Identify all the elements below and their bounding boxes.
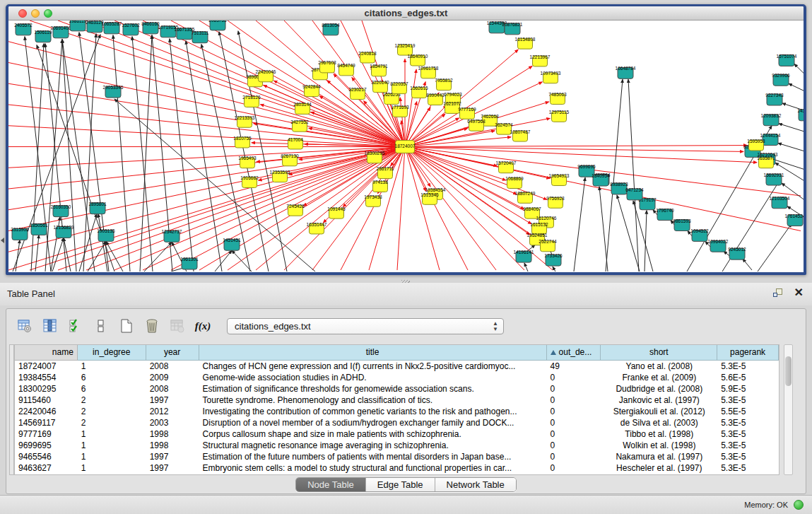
table-cell[interactable]: 5.6E-5 xyxy=(717,372,779,383)
table-cell[interactable]: 1 xyxy=(78,428,146,440)
table-cell[interactable]: Embryonic stem cells: a model to study s… xyxy=(199,462,547,474)
table-cell[interactable]: Hescheler et al. (1997) xyxy=(601,462,717,474)
table-cell[interactable]: 0 xyxy=(547,417,601,428)
table-cell[interactable]: 5.3E-5 xyxy=(717,440,779,451)
table-cell[interactable]: 18724007 xyxy=(15,361,78,372)
table-cell[interactable]: Stergiakouli et al. (2012) xyxy=(601,406,717,417)
table-row[interactable]: 2242004622012Investigating the contribut… xyxy=(15,406,779,417)
network-graph[interactable]: 2405572150611920691406198611924631291065… xyxy=(8,21,804,271)
table-cell[interactable]: 0 xyxy=(547,462,601,474)
table-cell[interactable]: 1 xyxy=(78,451,146,462)
table-cell[interactable]: 2008 xyxy=(146,383,199,395)
table-cell[interactable]: Changes of HCN gene expression and I(f) … xyxy=(199,361,547,372)
table-options-icon[interactable] xyxy=(16,317,33,334)
close-panel-icon[interactable]: ✕ xyxy=(794,286,804,299)
table-cell[interactable]: 2 xyxy=(78,395,146,406)
table-cell[interactable]: Estimation of significance thresholds fo… xyxy=(199,383,547,395)
table-cell[interactable]: 2008 xyxy=(146,361,199,372)
column-header-out-de-[interactable]: out_de... xyxy=(547,345,601,361)
table-cell[interactable]: 0 xyxy=(547,451,601,462)
float-panel-icon[interactable] xyxy=(773,288,784,299)
create-column-icon[interactable] xyxy=(118,317,135,334)
table-cell[interactable]: 1 xyxy=(78,462,146,474)
table-cell[interactable]: 9699695 xyxy=(15,440,78,451)
delete-column-icon[interactable] xyxy=(143,317,160,334)
table-cell[interactable]: Estimation of the future numbers of pati… xyxy=(199,451,547,462)
table-row[interactable]: 1872400712008Changes of HCN gene express… xyxy=(15,361,779,372)
panel-collapse-arrow[interactable] xyxy=(1,238,4,243)
table-cell[interactable]: 5.9E-5 xyxy=(717,383,779,395)
table-row[interactable]: 1938455462009Genome-wide association stu… xyxy=(15,372,779,383)
table-cell[interactable]: 0 xyxy=(547,395,601,406)
column-header-short[interactable]: short xyxy=(601,345,717,361)
minimize-button[interactable] xyxy=(31,9,40,18)
table-cell[interactable]: Structural magnetic resonance image aver… xyxy=(199,440,547,451)
column-header-title[interactable]: title xyxy=(199,345,547,361)
function-builder-icon[interactable]: f(x) xyxy=(194,317,211,334)
table-select-dropdown[interactable]: citations_edges.txt ▲▼ xyxy=(227,318,504,334)
table-cell[interactable]: 19384554 xyxy=(15,372,78,383)
table-cell[interactable]: 1 xyxy=(78,361,146,372)
network-canvas[interactable]: 2405572150611920691406198611924631291065… xyxy=(8,21,804,271)
table-cell[interactable]: 18300295 xyxy=(15,383,78,395)
table-cell[interactable]: 1998 xyxy=(146,428,199,440)
table-cell[interactable]: 1997 xyxy=(146,451,199,462)
column-header-year[interactable]: year xyxy=(146,345,199,361)
table-cell[interactable]: 49 xyxy=(547,361,601,372)
table-cell[interactable]: Nakamura et al. (1997) xyxy=(601,451,717,462)
table-cell[interactable]: 5.3E-5 xyxy=(717,428,779,440)
tab-edge-table[interactable]: Edge Table xyxy=(366,478,435,491)
table-cell[interactable]: Wolkin et al. (1998) xyxy=(601,440,717,451)
table-cell[interactable]: 14569117 xyxy=(15,417,78,428)
show-columns-icon[interactable] xyxy=(42,317,59,334)
table-cell[interactable]: 6 xyxy=(78,372,146,383)
table-cell[interactable]: 0 xyxy=(547,428,601,440)
table-cell[interactable]: 2 xyxy=(78,406,146,417)
scrollbar-thumb[interactable] xyxy=(785,356,792,386)
close-button[interactable] xyxy=(18,9,27,18)
select-columns-icon[interactable] xyxy=(67,317,84,334)
table-cell[interactable]: Tourette syndrome. Phenomenology and cla… xyxy=(199,395,547,406)
table-cell[interactable]: 0 xyxy=(547,383,601,395)
table-cell[interactable]: 9465546 xyxy=(15,451,78,462)
table-cell[interactable]: 5.5E-5 xyxy=(717,406,779,417)
table-row[interactable]: 1456911722003Disruption of a novel membe… xyxy=(15,417,779,428)
table-cell[interactable]: 9777169 xyxy=(15,428,78,440)
column-header-pagerank[interactable]: pagerank xyxy=(717,345,779,361)
table-cell[interactable]: 1998 xyxy=(146,440,199,451)
table-cell[interactable]: Yano et al. (2008) xyxy=(601,361,717,372)
table-cell[interactable]: Genome-wide association studies in ADHD. xyxy=(199,372,547,383)
table-cell[interactable]: 5.3E-5 xyxy=(717,395,779,406)
table-cell[interactable]: 6 xyxy=(78,383,146,395)
table-cell[interactable]: Dudbridge et al. (2008) xyxy=(601,383,717,395)
table-row[interactable]: 946554611997Estimation of the future num… xyxy=(15,451,779,462)
table-cell[interactable]: 5.3E-5 xyxy=(717,417,779,428)
table-cell[interactable]: Jankovic et al. (1997) xyxy=(601,395,717,406)
table-cell[interactable]: 1997 xyxy=(146,462,199,474)
tab-node-table[interactable]: Node Table xyxy=(296,478,366,491)
zoom-button[interactable] xyxy=(44,9,52,18)
table-row[interactable]: 911546021997Tourette syndrome. Phenomeno… xyxy=(15,395,779,406)
column-header-in-degree[interactable]: in_degree xyxy=(78,345,146,361)
table-cell[interactable]: 1997 xyxy=(146,395,199,406)
table-cell[interactable]: 2 xyxy=(78,417,146,428)
table-cell[interactable]: 22420046 xyxy=(15,406,78,417)
table-cell[interactable]: 2003 xyxy=(146,417,199,428)
table-cell[interactable]: 5.3E-5 xyxy=(717,462,779,474)
table-cell[interactable]: 2012 xyxy=(146,406,199,417)
network-window-titlebar[interactable]: citations_edges.txt xyxy=(8,6,804,21)
column-header-name[interactable]: name xyxy=(15,345,78,361)
table-cell[interactable]: de Silva et al. (2003) xyxy=(601,417,717,428)
table-cell[interactable]: 9115460 xyxy=(15,395,78,406)
table-cell[interactable]: 5.3E-5 xyxy=(717,451,779,462)
row-height-icon[interactable] xyxy=(93,317,110,334)
table-cell[interactable]: Investigating the contribution of common… xyxy=(199,406,547,417)
table-cell[interactable]: 1 xyxy=(78,440,146,451)
table-cell[interactable]: 5.3E-5 xyxy=(717,361,779,372)
table-cell[interactable]: 9463627 xyxy=(15,462,78,474)
table-cell[interactable]: Corpus callosum shape and size in male p… xyxy=(199,428,547,440)
table-cell[interactable]: 0 xyxy=(547,372,601,383)
table-cell[interactable]: 0 xyxy=(547,440,601,451)
tab-network-table[interactable]: Network Table xyxy=(435,478,516,491)
table-cell[interactable]: Franke et al. (2009) xyxy=(601,372,717,383)
